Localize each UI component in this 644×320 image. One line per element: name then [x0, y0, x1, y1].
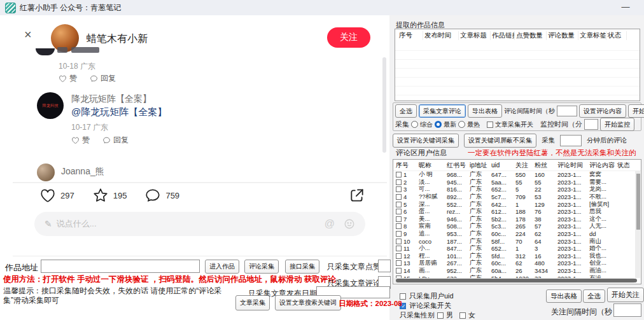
row-checkbox[interactable]: [396, 216, 402, 222]
row-checkbox[interactable]: [396, 186, 402, 192]
male-checkbox[interactable]: [437, 312, 444, 319]
post-stats: 297 195 759: [39, 187, 197, 204]
comment-interval-input[interactable]: [557, 106, 577, 116]
column-header: 文章标签: [578, 31, 606, 40]
vertical-scrollbar-thumb[interactable]: [636, 174, 640, 230]
column-header: 文章标题: [459, 31, 491, 40]
select-all-users-button[interactable]: 全选: [583, 289, 605, 303]
column-header: 红书号: [446, 161, 469, 170]
heart-icon[interactable]: [39, 187, 56, 204]
minimize-button[interactable]: —: [620, 2, 631, 11]
row-checkbox[interactable]: [396, 179, 402, 185]
share-icon[interactable]: [349, 187, 365, 204]
users-table-header: 序号昵称红书号ip地址uid关注粉丝评论时间评论内容状态: [393, 160, 641, 171]
star-icon[interactable]: [92, 187, 109, 204]
row-checkbox[interactable]: [396, 239, 402, 244]
column-header: 关注: [515, 161, 534, 170]
commenter-name[interactable]: Joanna_熊: [61, 166, 104, 177]
export-users-button[interactable]: 导出表格: [546, 289, 582, 303]
works-table-header: 序号发布时间文章标题作品链接点赞数量评论数量文章标签状态: [395, 29, 640, 42]
chat-bubble-icon[interactable]: [144, 187, 161, 204]
commenter-name[interactable]: 降龙玩矩阵【全案】: [71, 94, 151, 105]
login-warning-text: 一定要在软件内登陆红薯，不然是无法采集和关注的: [468, 148, 636, 158]
divider: [13, 182, 387, 183]
collect-article-comments-button[interactable]: 采集文章评论: [419, 104, 466, 118]
horizontal-scrollbar-thumb[interactable]: [396, 279, 637, 282]
like-action[interactable]: 赞: [71, 135, 90, 146]
reply-action[interactable]: 回复: [90, 73, 116, 84]
row-checkbox[interactable]: [396, 223, 402, 229]
article-collect-button[interactable]: 文章采集: [235, 295, 270, 310]
only-uid-checkbox[interactable]: [400, 293, 406, 300]
gender-filter: 只采集性别 男 女: [400, 310, 475, 320]
only-uid-option: 只采集用户uid: [400, 291, 454, 301]
row-checkbox[interactable]: [396, 194, 402, 200]
emoji-icon[interactable]: [344, 218, 355, 230]
scrollbar[interactable]: [382, 57, 386, 153]
set-comment-keyword-button[interactable]: 设置评论关键词采集: [393, 134, 459, 148]
column-header: 点赞数量: [515, 31, 547, 40]
api-collect-button[interactable]: 接口采集: [285, 260, 319, 274]
row-checkbox[interactable]: [396, 268, 402, 274]
follow-button[interactable]: 关注: [327, 27, 370, 48]
row-checkbox[interactable]: [396, 231, 402, 237]
reply-action[interactable]: 回复: [102, 135, 129, 146]
female-checkbox[interactable]: [459, 312, 466, 319]
row-checkbox[interactable]: [396, 172, 402, 177]
post-viewer: × 蜡笔木有小新 关注 10-18 广东 赞 回复 降龙科技 降龙玩矩阵【全案】…: [13, 19, 387, 256]
radio-newest[interactable]: [435, 121, 442, 128]
follow-interval-input[interactable]: [613, 303, 641, 317]
column-header: 作品链接: [491, 31, 515, 40]
table-row: 10coco187...广东58f...70642023-1...南山: [393, 237, 641, 245]
column-header: 昵称: [418, 161, 446, 170]
comment-meta: 10-18 广东: [59, 61, 95, 72]
row-checkbox[interactable]: [396, 260, 402, 266]
start-monitor-button[interactable]: 开始监控: [600, 118, 634, 131]
comment-actions: 赞 回复: [59, 73, 116, 84]
column-header: 状态: [606, 31, 627, 40]
work-url-input[interactable]: [41, 260, 200, 273]
commenter-avatar[interactable]: 降龙科技: [37, 92, 64, 119]
column-header: 序号: [398, 31, 423, 40]
partial-comment-text: [71, 47, 99, 53]
row-checkbox[interactable]: [396, 202, 402, 207]
comment-input[interactable]: ✎ 说点什么... @: [34, 212, 365, 236]
set-keyword-block-button[interactable]: 设置关键词屏蔽不采集: [464, 134, 536, 148]
mention-icon[interactable]: @: [325, 218, 335, 230]
article-collect-switch-checkbox[interactable]: [487, 122, 493, 128]
radio-hottest[interactable]: [458, 121, 465, 128]
collect-mode-label: 采集: [395, 120, 409, 129]
radio-comprehensive[interactable]: [411, 121, 418, 128]
only-likes-input[interactable]: [378, 260, 391, 272]
row-checkbox[interactable]: [396, 246, 402, 251]
table-row: 7美...946...广东5b2...178382023-1...这个...: [393, 216, 641, 223]
comment-collect-button[interactable]: 评论采集: [244, 260, 279, 274]
column-header: 评论数量: [547, 31, 578, 40]
column-header: 评论内容: [589, 161, 617, 170]
works-table: 序号发布时间文章标题作品链接点赞数量评论数量文章标签状态: [395, 29, 640, 101]
enter-work-button[interactable]: 进入作品: [205, 260, 239, 274]
set-comment-content-button[interactable]: 设置评论内容: [579, 104, 626, 118]
export-table-button[interactable]: 导出表格: [468, 104, 502, 118]
start-comment-button[interactable]: 开始评论: [628, 104, 644, 118]
column-header: 评论时间: [557, 161, 589, 170]
row-checkbox[interactable]: [396, 209, 402, 214]
commenter-avatar[interactable]: [37, 163, 55, 181]
follow-interval-label: 关注间隔时间（秒: [551, 307, 612, 317]
comment-controls-box: 全选 采集文章评论 导出表格 评论间隔时间（秒 设置评论内容 开始评论 采集 综…: [393, 102, 641, 131]
comment-interval-label: 评论间隔时间（秒: [504, 107, 555, 116]
comment-meta: 10-17 广东: [71, 122, 108, 133]
like-action[interactable]: 赞: [59, 73, 77, 84]
monitor-time-input[interactable]: [584, 119, 598, 130]
set-search-keyword-button[interactable]: 设置文章搜索关键词: [275, 295, 341, 310]
author-name[interactable]: 蜡笔木有小新: [87, 32, 148, 46]
start-follow-button[interactable]: 开始关注: [607, 288, 644, 302]
table-row: 11小...847...广东652...132023-1...婚个...: [393, 245, 641, 253]
table-row: 3可...816...广东652...5222023-1...龙岗...: [393, 186, 641, 193]
close-icon[interactable]: ×: [24, 28, 32, 41]
select-all-button[interactable]: 全选: [395, 104, 417, 118]
collect-after-input[interactable]: [560, 135, 582, 146]
row-checkbox[interactable]: [396, 253, 402, 259]
collect-count: 195: [113, 191, 127, 200]
users-table-body: 1小 明968...广东647...5501602023-1...窝窝2淡...…: [393, 171, 641, 282]
